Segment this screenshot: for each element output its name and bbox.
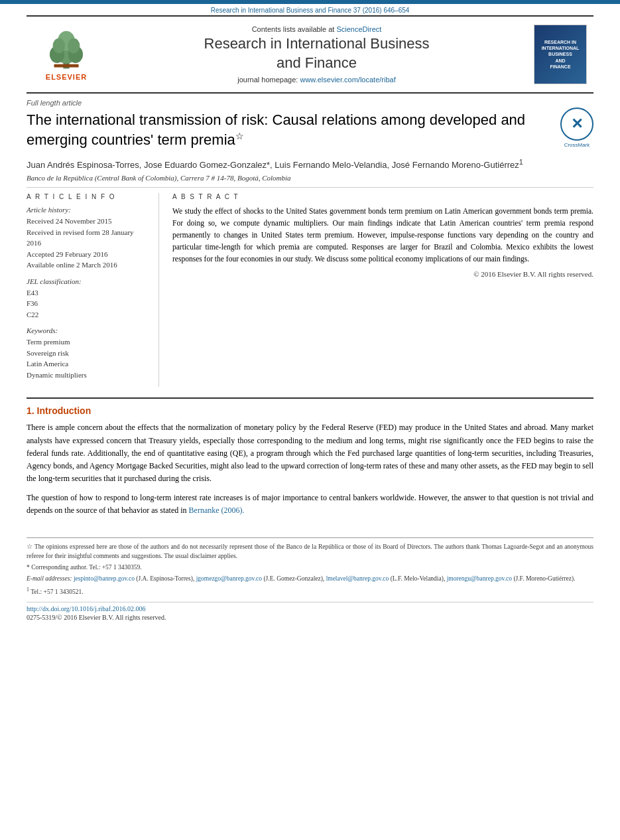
received-revised-date: Received in revised form 28 January 2016: [27, 227, 149, 249]
received-date: Received 24 November 2015: [27, 216, 149, 227]
journal-cover-text: RESEARCH ININTERNATIONALBUSINESSANDFINAN…: [542, 39, 580, 69]
introduction-paragraph-2: The question of how to respond to long-t…: [27, 492, 593, 517]
keyword-term-premium: Term premium: [27, 336, 149, 348]
crossmark-label: CrossMark: [560, 142, 593, 148]
issn-text: 0275-5319/© 2016 Elsevier B.V. All right…: [27, 614, 593, 621]
crossmark-badge: ✕ CrossMark: [560, 107, 593, 141]
page: Research in International Business and F…: [0, 0, 620, 840]
bernanke-citation-link[interactable]: Bernanke (2006).: [189, 506, 245, 515]
footnote-sup1: 1 Tel.: +57 1 3430521.: [27, 586, 593, 596]
accepted-date: Accepted 29 February 2016: [27, 249, 149, 260]
sciencedirect-link[interactable]: ScienceDirect: [336, 25, 381, 33]
email2-link[interactable]: jgomezgo@banrep.gov.co: [196, 575, 262, 582]
keyword-sovereign-risk: Sovereign risk: [27, 348, 149, 359]
journal-cover-image: RESEARCH ININTERNATIONALBUSINESSANDFINAN…: [527, 22, 593, 87]
elsevier-logo-left: ELSEVIER: [27, 22, 106, 87]
author-sup: 1: [519, 158, 523, 166]
info-abstract-section: A R T I C L E I N F O Article history: R…: [27, 193, 593, 387]
article-info-column: A R T I C L E I N F O Article history: R…: [27, 193, 159, 387]
abstract-copyright: © 2016 Elsevier B.V. All rights reserved…: [172, 270, 593, 278]
email3-link[interactable]: lmelavel@banrep.gov.co: [326, 575, 389, 582]
doi-link[interactable]: http://dx.doi.org/10.1016/j.ribaf.2016.0…: [27, 605, 593, 612]
keywords-label: Keywords:: [27, 326, 149, 334]
footnotes-section: ☆ The opinions expressed here are those …: [27, 537, 593, 596]
jel-group: JEL classification: E43 F36 C22: [27, 277, 149, 320]
elsevier-text: ELSEVIER: [46, 73, 87, 81]
introduction-paragraph-1: There is ample concern about the effects…: [27, 421, 593, 485]
journal-reference: Research in International Business and F…: [0, 4, 620, 15]
journal-header: ELSEVIER Contents lists available at Sci…: [27, 15, 593, 94]
sup1-marker: 1: [27, 587, 29, 593]
title-row: The international transmission of risk: …: [27, 111, 593, 157]
journal-title: Research in International Businessand Fi…: [204, 35, 430, 72]
article-info-header: A R T I C L E I N F O: [27, 193, 149, 200]
title-block: The international transmission of risk: …: [27, 111, 554, 157]
journal-homepage: journal homepage: www.elsevier.com/locat…: [237, 76, 395, 84]
bottom-links-section: http://dx.doi.org/10.1016/j.ribaf.2016.0…: [27, 602, 593, 621]
journal-title-area: Contents lists available at ScienceDirec…: [106, 22, 527, 87]
divider-after-affiliation: [27, 187, 593, 188]
article-title: The international transmission of risk: …: [27, 111, 554, 150]
crossmark-circle: ✕: [560, 107, 593, 141]
email4-link[interactable]: jmorengu@banrep.gov.co: [447, 575, 512, 582]
email-label: E-mail addresses:: [27, 575, 72, 582]
keywords-group: Keywords: Term premium Sovereign risk La…: [27, 326, 149, 380]
svg-point-6: [68, 38, 80, 52]
authors-line: Juan Andrés Espinosa-Torres, Jose Eduard…: [27, 157, 593, 172]
elsevier-tree-icon: [40, 29, 93, 72]
jel-label: JEL classification:: [27, 277, 149, 285]
keyword-dynamic-multipliers: Dynamic multipliers: [27, 370, 149, 381]
abstract-header: A B S T R A C T: [172, 193, 593, 200]
article-type-label: Full length article: [27, 99, 593, 107]
svg-point-5: [53, 38, 66, 52]
abstract-body: We study the effect of shocks to the Uni…: [172, 206, 593, 265]
jel-e43: E43: [27, 287, 149, 299]
footnote-corresponding: * Corresponding author. Tel.: +57 1 3430…: [27, 563, 593, 572]
svg-rect-7: [54, 64, 78, 67]
introduction-heading: 1. Introduction: [27, 405, 593, 416]
affiliation-line: Banco de la República (Central Bank of C…: [27, 174, 593, 182]
para2-indent: The question of how to respond to long-t…: [27, 493, 593, 515]
footnote-star: ☆ The opinions expressed here are those …: [27, 542, 593, 561]
article-history-group: Article history: Received 24 November 20…: [27, 206, 149, 271]
journal-cover-box: RESEARCH ININTERNATIONALBUSINESSANDFINAN…: [534, 25, 587, 84]
jel-f36: F36: [27, 298, 149, 309]
jel-c22: C22: [27, 309, 149, 320]
email1-link[interactable]: jespinto@banrep.gov.co: [74, 575, 135, 582]
homepage-link[interactable]: www.elsevier.com/locate/ribaf: [300, 76, 395, 84]
main-body-section: 1. Introduction There is ample concern a…: [27, 397, 593, 530]
title-star: ☆: [235, 131, 244, 141]
keyword-latin-america: Latin America: [27, 358, 149, 370]
article-header-section: Full length article The international tr…: [27, 94, 593, 392]
history-label: Article history:: [27, 206, 149, 214]
crossmark-symbol: ✕: [571, 115, 583, 133]
available-online-date: Available online 2 March 2016: [27, 259, 149, 271]
footnote-emails: E-mail addresses: jespinto@banrep.gov.co…: [27, 574, 593, 583]
abstract-column: A B S T R A C T We study the effect of s…: [172, 193, 593, 387]
contents-available-line: Contents lists available at ScienceDirec…: [252, 25, 382, 33]
